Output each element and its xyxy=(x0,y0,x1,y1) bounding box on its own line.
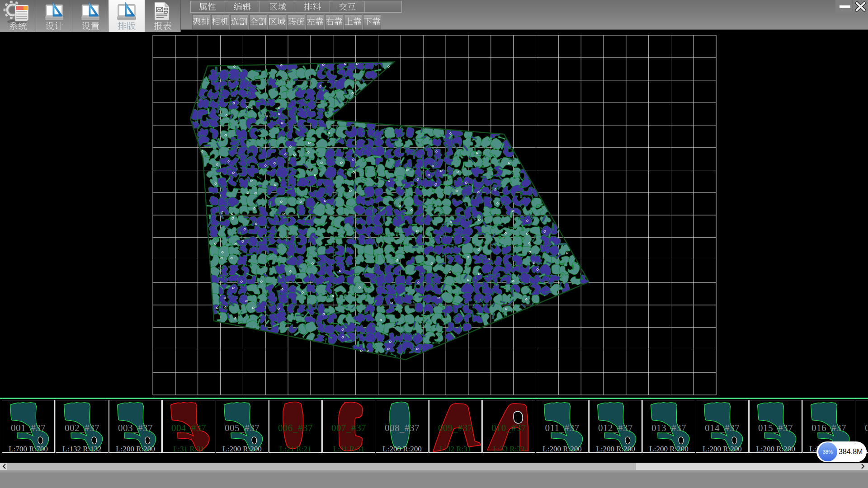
svg-text:38%: 38% xyxy=(823,449,833,455)
